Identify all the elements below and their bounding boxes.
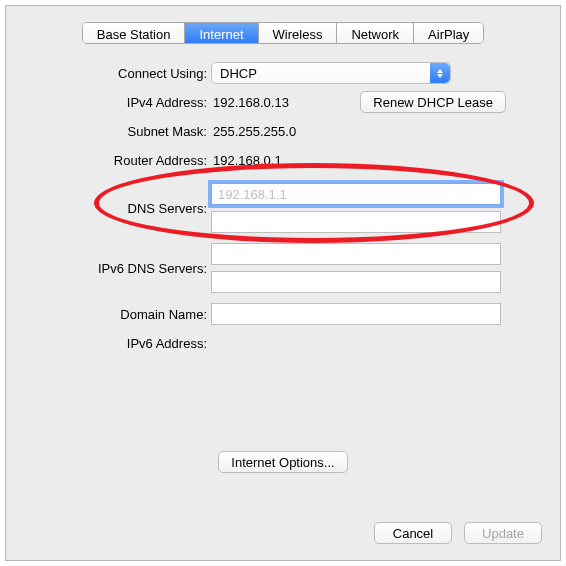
domain-name-label: Domain Name:	[6, 307, 211, 322]
renew-dhcp-button[interactable]: Renew DHCP Lease	[360, 91, 506, 113]
update-button[interactable]: Update	[464, 522, 542, 544]
ipv6-dns-server-field-1[interactable]	[211, 243, 501, 265]
subnet-mask-label: Subnet Mask:	[6, 124, 211, 139]
ipv6-dns-servers-label: IPv6 DNS Servers:	[6, 261, 211, 276]
tab-airplay[interactable]: AirPlay	[414, 23, 483, 43]
ipv6-dns-server-field-2[interactable]	[211, 271, 501, 293]
segmented-control: Base Station Internet Wireless Network A…	[82, 22, 485, 44]
tab-base-station[interactable]: Base Station	[83, 23, 186, 43]
cancel-button[interactable]: Cancel	[374, 522, 452, 544]
ipv4-address-value: 192.168.0.13	[211, 95, 289, 110]
subnet-mask-value: 255.255.255.0	[211, 124, 296, 139]
tab-wireless[interactable]: Wireless	[259, 23, 338, 43]
dns-servers-label: DNS Servers:	[6, 201, 211, 216]
connect-using-value: DHCP	[220, 66, 257, 81]
internet-options-button[interactable]: Internet Options...	[218, 451, 347, 473]
footer-buttons: Cancel Update	[374, 522, 542, 544]
ipv4-address-label: IPv4 Address:	[6, 95, 211, 110]
internet-form: Connect Using: DHCP IPv4 Address: 192.16…	[6, 62, 560, 361]
dns-server-field-2[interactable]	[211, 211, 501, 233]
domain-name-field[interactable]	[211, 303, 501, 325]
connect-using-label: Connect Using:	[6, 66, 211, 81]
ipv6-address-label: IPv6 Address:	[6, 336, 211, 351]
dns-server-field-1[interactable]: 192.168.1.1	[211, 183, 501, 205]
tab-internet[interactable]: Internet	[185, 23, 258, 43]
select-arrows-icon	[430, 63, 450, 83]
router-address-value: 192.168.0.1	[211, 153, 282, 168]
connect-using-select[interactable]: DHCP	[211, 62, 451, 84]
settings-panel: Base Station Internet Wireless Network A…	[5, 5, 561, 561]
tab-bar: Base Station Internet Wireless Network A…	[6, 22, 560, 44]
router-address-label: Router Address:	[6, 153, 211, 168]
tab-network[interactable]: Network	[337, 23, 414, 43]
